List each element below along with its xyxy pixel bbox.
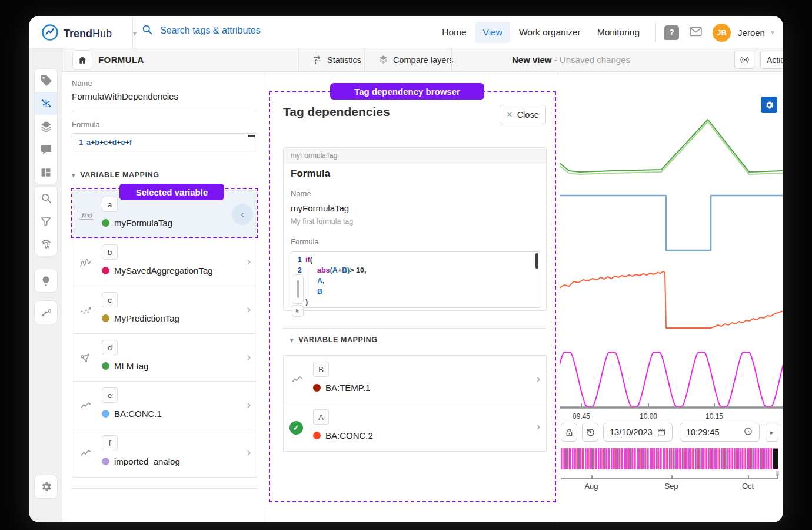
variable-row-f[interactable]: fimported_analog› (72, 429, 257, 477)
green-line (560, 120, 783, 172)
expand-chevron[interactable]: › (247, 303, 251, 316)
chart-settings-button[interactable] (761, 97, 777, 113)
scroll-thumb[interactable] (297, 280, 299, 298)
actions-button[interactable]: Actions▾ (760, 51, 783, 69)
variable-letter-badge: e (102, 387, 118, 403)
layers-icon[interactable] (35, 115, 57, 138)
search-input[interactable] (159, 25, 324, 37)
dependency-formula-editor[interactable]: 1if(2abs(A+B)> 10,3A,4B5) (291, 251, 540, 308)
tag-color-dot (313, 432, 321, 439)
expand-chevron[interactable]: › (247, 350, 251, 363)
expand-chevron[interactable]: › (247, 398, 251, 411)
comments-icon[interactable] (35, 138, 57, 161)
tag-name: MLM tag (102, 361, 148, 371)
tags-icon[interactable] (35, 69, 57, 92)
check-icon: ✓ (289, 421, 303, 435)
avatar[interactable]: JB (713, 24, 731, 42)
close-button[interactable]: × Close (500, 105, 546, 124)
context-range-handle[interactable] (773, 449, 778, 469)
variable-mapping-header[interactable]: ▾ VARIABLE MAPPING (290, 336, 378, 344)
nav-item-work-organizer[interactable]: Work organizer (511, 22, 588, 43)
fingerprint-icon[interactable] (35, 233, 57, 256)
mail-icon[interactable] (688, 24, 703, 41)
variable-letter-badge: d (102, 340, 118, 355)
variable-row-b[interactable]: bMySavedAggregationTag› (72, 238, 257, 286)
tag-name: BA:CONC.2 (313, 430, 373, 440)
gear-icon[interactable] (35, 475, 57, 498)
history-button[interactable] (582, 423, 598, 442)
tag-dependency-panel: Tag dependency browser Tag dependencies … (265, 72, 558, 522)
collapse-chevron[interactable]: ‹ (232, 204, 253, 225)
trend-tag-icon (78, 446, 94, 461)
variable-letter-badge: a (102, 197, 118, 212)
context-month-label: Aug (584, 482, 598, 491)
context-overview-strip[interactable] (561, 448, 778, 469)
scrollbar-thumb[interactable] (535, 253, 538, 269)
trend-tag-icon (78, 398, 94, 413)
dashboards-icon[interactable] (35, 161, 57, 184)
screen: TrendHub ▾ HomeViewWork organizerMonitor… (0, 0, 812, 530)
divider (451, 48, 452, 72)
variable-row-A[interactable]: ✓ABA:CONC.2› (284, 403, 546, 451)
tag-name: MySavedAggregationTag (102, 266, 213, 276)
variable-row-c[interactable]: cMyPredictionTag› (72, 286, 257, 334)
user-name[interactable]: Jeroen (738, 28, 765, 38)
context-axis-tick (591, 475, 593, 478)
app-window: TrendHub ▾ HomeViewWork organizerMonitor… (29, 16, 783, 522)
home-button[interactable] (72, 50, 92, 70)
user-caret-icon[interactable]: ▾ (771, 28, 774, 37)
formula-editor[interactable]: 1a+b+c+d+e+f (72, 133, 257, 151)
search-icon[interactable] (35, 187, 57, 210)
brand[interactable]: TrendHub ▾ (41, 24, 137, 44)
collapse-icon: ▾ (72, 171, 75, 179)
rail-group (34, 269, 58, 293)
formula-panel: Name FormulaWithDependencies Formula 1a+… (62, 72, 265, 522)
divider (283, 328, 547, 329)
nav-item-home[interactable]: Home (434, 22, 474, 43)
time-field[interactable]: 10:29:45 (680, 423, 760, 442)
ml-models-icon[interactable] (35, 301, 57, 324)
cursor-handle[interactable] (292, 305, 304, 317)
tag-name: imported_analog (102, 456, 180, 466)
formula-tag-icon: ƒ(x) (78, 207, 94, 223)
trend-chart[interactable] (560, 93, 783, 411)
compare-layers-button[interactable]: Compare layers (371, 48, 460, 72)
expand-chevron[interactable]: › (537, 420, 540, 433)
lock-button[interactable] (561, 423, 577, 442)
code-line: 4B (291, 286, 540, 297)
nav-item-monitoring[interactable]: Monitoring (590, 22, 647, 43)
nav-item-view[interactable]: View (475, 22, 510, 43)
chart-panel: 09:4510:0010:15 13/10/2023 10:29:45 ▸ Au… (558, 72, 783, 522)
step-forward-button[interactable]: ▸ (766, 423, 778, 442)
broadcast-button[interactable] (734, 51, 754, 69)
card-header: myFormulaTag (284, 148, 546, 163)
variable-row-e[interactable]: eBA:CONC.1› (72, 382, 257, 429)
expand-chevron[interactable]: › (247, 255, 251, 268)
context-axis-tick (671, 475, 673, 478)
context-axis-end-tick (777, 474, 778, 479)
formulas-icon[interactable] (35, 92, 57, 115)
brand-name: TrendHub (64, 28, 112, 40)
filter-icon[interactable] (35, 210, 57, 233)
variable-letter-badge: A (313, 409, 329, 425)
variable-row-d[interactable]: dMLM tag› (72, 334, 257, 382)
agg-tag-icon (78, 255, 94, 270)
variable-mapping-header[interactable]: ▾ VARIABLE MAPPING (72, 171, 159, 179)
expand-chevron[interactable]: › (537, 372, 540, 385)
suggestions-icon[interactable] (35, 269, 57, 292)
tag-dependency-browser-callout: Tag dependency browser (330, 83, 484, 100)
context-axis-line (561, 478, 778, 479)
variable-row-B[interactable]: BBA:TEMP.1› (284, 356, 546, 403)
panel-scroll-widget[interactable] (292, 274, 304, 317)
divider (72, 488, 257, 489)
scrollbar-thumb[interactable] (248, 135, 255, 137)
help-button[interactable]: ? (664, 25, 679, 40)
tag-color-dot (102, 219, 109, 227)
global-search[interactable] (141, 24, 324, 38)
statistics-button[interactable]: Statistics (305, 48, 368, 72)
expand-chevron[interactable]: › (247, 446, 251, 459)
tag-name: BA:TEMP.1 (313, 383, 370, 393)
date-field[interactable]: 13/10/2023 (603, 423, 673, 442)
brand-caret-icon[interactable]: ▾ (133, 29, 137, 38)
swap-arrows-icon (312, 54, 322, 66)
